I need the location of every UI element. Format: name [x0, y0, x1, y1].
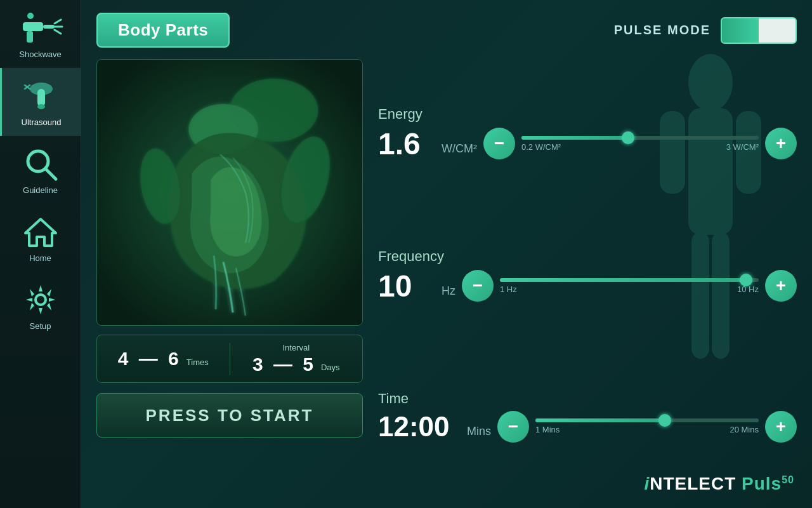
energy-decrease-button[interactable]: −: [483, 128, 515, 159]
frequency-increase-button[interactable]: +: [765, 270, 797, 302]
brand-logo: iNTELECT Puls50: [644, 474, 794, 494]
time-label: Time: [378, 391, 797, 407]
energy-label: Energy: [378, 106, 797, 123]
content-area: 4 — 6 Times Interval 3 — 5 Days PRESS TO…: [96, 59, 797, 495]
svg-rect-1: [43, 25, 55, 29]
time-slider-track[interactable]: [535, 418, 759, 422]
svg-rect-0: [23, 22, 43, 31]
sidebar-setup-label: Setup: [30, 321, 51, 331]
frequency-min: 1 Hz: [500, 284, 517, 294]
body-parts-button[interactable]: Body Parts: [96, 13, 230, 48]
frequency-slider-track[interactable]: [500, 278, 759, 282]
times-label: Times: [187, 358, 209, 367]
header-row: Body Parts PULSE MODE: [96, 13, 797, 48]
energy-value: 1.6: [378, 126, 435, 161]
frequency-slider-fill: [500, 278, 746, 282]
svg-marker-14: [25, 219, 56, 246]
time-value-row: 12:00 Mins − 1 Mins 20 Mins: [378, 411, 797, 443]
sidebar-ultrasound-label: Ultrasound: [22, 117, 62, 127]
times-value: 4 — 6: [118, 348, 181, 370]
frequency-slider-container: − 1 Hz 10 Hz +: [462, 270, 797, 302]
controls-panel: Energy 1.6 W/CM² − 0.2 W/CM²: [378, 59, 797, 495]
setup-icon: [18, 281, 63, 319]
ultrasound-icon: [18, 77, 64, 115]
frequency-value-row: 10 Hz − 1 Hz 10 Hz: [378, 269, 797, 304]
time-increase-button[interactable]: +: [765, 411, 797, 443]
interval-days: 3 — 5 Days: [252, 354, 340, 375]
interval-section: Interval 3 — 5 Days: [230, 343, 363, 375]
sidebar-item-guideline[interactable]: Guideline: [0, 136, 81, 204]
days-value: 3 — 5: [252, 354, 316, 375]
time-slider-thumb[interactable]: [658, 414, 671, 427]
time-slider-range: 1 Mins 20 Mins: [535, 425, 759, 434]
time-unit: Mins: [467, 425, 491, 438]
energy-value-row: 1.6 W/CM² − 0.2 W/CM² 3 W/CM²: [378, 126, 797, 161]
main-panel: Body Parts PULSE MODE: [81, 0, 812, 508]
frequency-unit: Hz: [442, 284, 455, 298]
time-control: Time 12:00 Mins − 1 Mins: [378, 391, 797, 443]
logo-version: 50: [782, 474, 794, 485]
start-button[interactable]: PRESS TO START: [96, 393, 363, 438]
times-section: 4 — 6 Times: [97, 348, 230, 370]
time-max: 20 Mins: [730, 425, 759, 434]
svg-point-3: [27, 13, 34, 19]
sidebar-item-setup[interactable]: Setup: [0, 272, 81, 340]
sidebar-item-home[interactable]: Home: [0, 204, 81, 272]
svg-line-6: [55, 30, 61, 34]
energy-slider-range: 0.2 W/CM² 3 W/CM²: [521, 142, 759, 152]
sidebar-item-shockwave[interactable]: Shockwave: [0, 0, 81, 68]
logo-text: NTELECT: [650, 474, 742, 493]
energy-min: 0.2 W/CM²: [521, 142, 561, 152]
frequency-slider-thumb[interactable]: [740, 274, 752, 286]
interval-label: Interval: [282, 343, 310, 352]
energy-control: Energy 1.6 W/CM² − 0.2 W/CM²: [378, 106, 797, 161]
svg-rect-8: [37, 89, 45, 107]
time-min: 1 Mins: [535, 425, 560, 434]
energy-max: 3 W/CM²: [726, 142, 759, 152]
energy-slider-track[interactable]: [521, 136, 759, 140]
svg-line-13: [46, 169, 56, 179]
session-info-bar: 4 — 6 Times Interval 3 — 5 Days: [96, 335, 363, 383]
pulse-mode-toggle[interactable]: [721, 17, 797, 44]
sidebar-guideline-label: Guideline: [23, 185, 58, 195]
energy-increase-button[interactable]: +: [765, 128, 797, 159]
frequency-label: Frequency: [378, 248, 797, 265]
pulse-mode-area: PULSE MODE: [614, 17, 797, 44]
time-slider-container: − 1 Mins 20 Mins +: [497, 411, 797, 443]
time-decrease-button[interactable]: −: [497, 411, 529, 443]
svg-line-4: [55, 20, 61, 23]
sidebar-shockwave-label: Shockwave: [19, 50, 61, 59]
logo-puls: Puls: [742, 474, 782, 493]
time-slider-wrap: 1 Mins 20 Mins: [535, 418, 759, 434]
frequency-value: 10: [378, 269, 435, 304]
sidebar-home-label: Home: [29, 253, 51, 263]
frequency-slider-wrap: 1 Hz 10 Hz: [500, 278, 759, 294]
image-panel: 4 — 6 Times Interval 3 — 5 Days PRESS TO…: [96, 59, 363, 495]
time-value: 12:00: [378, 411, 461, 443]
frequency-control: Frequency 10 Hz − 1 Hz 1: [378, 248, 797, 304]
frequency-slider-range: 1 Hz 10 Hz: [500, 284, 759, 294]
time-slider-fill: [535, 418, 665, 422]
energy-unit: W/CM²: [442, 142, 477, 156]
energy-slider-fill: [521, 136, 628, 140]
energy-slider-wrap: 0.2 W/CM² 3 W/CM²: [521, 136, 759, 152]
pulse-mode-label: PULSE MODE: [614, 23, 710, 37]
anatomy-image: [96, 59, 363, 326]
svg-point-15: [36, 295, 46, 305]
frequency-decrease-button[interactable]: −: [462, 270, 494, 302]
guideline-icon: [18, 145, 63, 183]
home-icon: [18, 213, 63, 251]
energy-slider-container: − 0.2 W/CM² 3 W/CM² +: [483, 128, 797, 159]
sidebar-item-ultrasound[interactable]: Ultrasound: [0, 68, 81, 136]
energy-slider-thumb[interactable]: [622, 131, 634, 144]
svg-point-9: [37, 104, 45, 109]
sidebar: Shockwave Ultrasound Guideline: [0, 0, 81, 508]
shockwave-icon: [18, 9, 63, 47]
days-label: Days: [321, 363, 340, 372]
svg-rect-2: [27, 31, 33, 43]
